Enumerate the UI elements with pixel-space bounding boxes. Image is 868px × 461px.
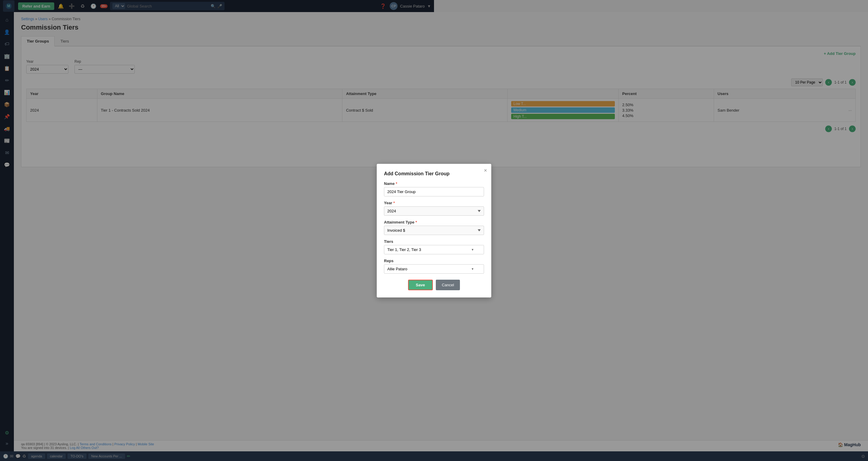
modal-overlay: × Add Commission Tier Group Name * Year …	[0, 0, 434, 231]
attainment-type-field: Attainment Type * Invoiced $ Contract $ …	[384, 220, 434, 231]
modal-title: Add Commission Tier Group	[384, 171, 434, 176]
name-input[interactable]	[384, 187, 434, 196]
name-field: Name *	[384, 181, 434, 196]
year-modal-label: Year *	[384, 201, 434, 205]
name-label: Name *	[384, 181, 434, 186]
add-commission-tier-group-modal: × Add Commission Tier Group Name * Year …	[377, 164, 434, 231]
attainment-type-label: Attainment Type *	[384, 220, 434, 225]
year-field: Year * 2024 2023 2025	[384, 201, 434, 216]
year-modal-select[interactable]: 2024 2023 2025	[384, 206, 434, 216]
attainment-type-select[interactable]: Invoiced $ Contract $ Sold Units Sold	[384, 226, 434, 231]
